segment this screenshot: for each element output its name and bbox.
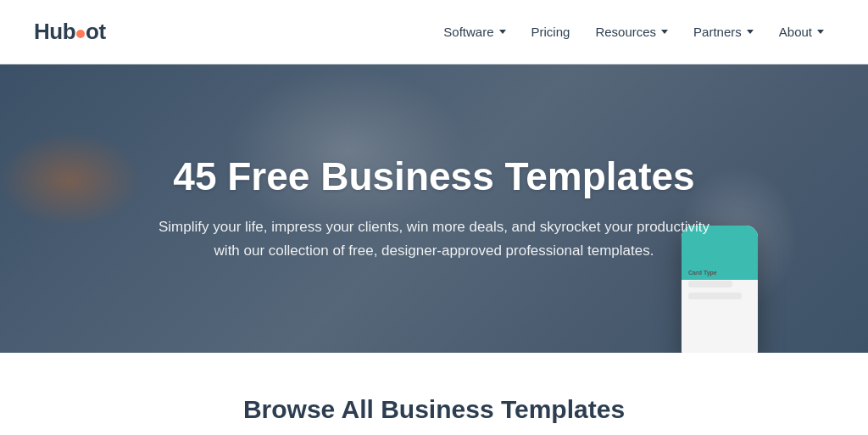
- navbar: Hubot Software Pricing Resources Partner…: [0, 0, 868, 64]
- logo-spot: ot: [86, 19, 106, 44]
- chevron-down-icon: [661, 30, 668, 34]
- hero-title: 45 Free Business Templates: [154, 154, 714, 199]
- nav-item-partners[interactable]: Partners: [683, 18, 764, 46]
- logo-hub: Hub: [34, 19, 75, 44]
- nav-label-software: Software: [443, 25, 493, 39]
- hero-section: 45 Free Business Templates Simplify your…: [0, 64, 868, 353]
- nav-label-partners: Partners: [693, 25, 742, 39]
- phone-card-row2: [688, 293, 742, 299]
- chevron-down-icon: [747, 30, 754, 34]
- nav-item-about[interactable]: About: [769, 18, 834, 46]
- nav-label-about: About: [779, 25, 812, 39]
- logo-text: Hubot: [34, 19, 106, 45]
- browse-section: Browse All Business Templates Explore ou…: [0, 353, 868, 435]
- hero-subtitle: Simplify your life, impress your clients…: [154, 215, 714, 263]
- browse-title: Browse All Business Templates: [34, 395, 834, 424]
- nav-item-pricing[interactable]: Pricing: [521, 18, 581, 46]
- nav-item-software[interactable]: Software: [433, 18, 515, 46]
- nav-label-pricing: Pricing: [531, 25, 570, 39]
- nav-item-resources[interactable]: Resources: [585, 18, 678, 46]
- phone-card-label: Card Type: [688, 270, 751, 276]
- logo-dot-icon: [76, 30, 85, 38]
- logo[interactable]: Hubot: [34, 19, 106, 45]
- chevron-down-icon: [499, 30, 506, 34]
- phone-card-row: [688, 281, 732, 287]
- hero-content: 45 Free Business Templates Simplify your…: [129, 154, 739, 264]
- chevron-down-icon: [817, 30, 824, 34]
- nav-label-resources: Resources: [595, 25, 656, 39]
- nav-links: Software Pricing Resources Partners Abou…: [433, 18, 834, 46]
